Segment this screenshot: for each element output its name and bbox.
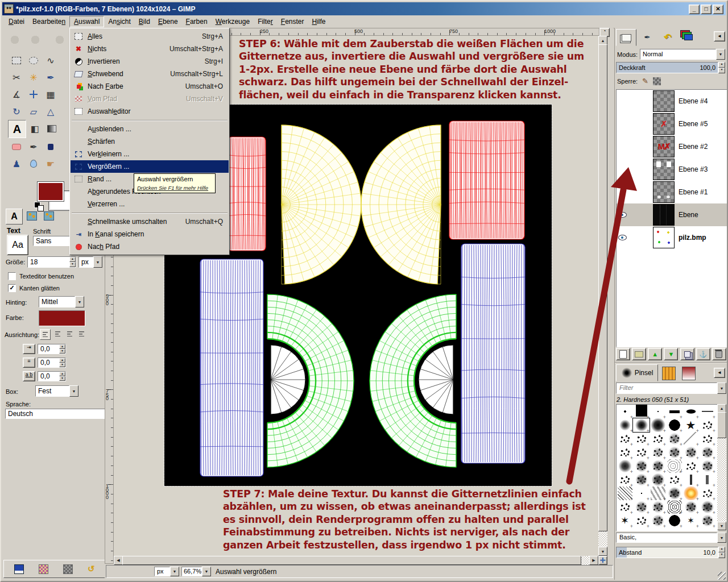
default-colors-icon[interactable] (34, 202, 44, 211)
measure-icon[interactable]: ∡ (8, 86, 25, 103)
brush-item[interactable]: ★ (682, 418, 699, 432)
menu-item-nach-pfad[interactable]: Nach Pfad (71, 240, 229, 253)
dock-menu-button[interactable]: ◄ (714, 31, 725, 41)
rotate-icon[interactable]: ↻ (8, 103, 25, 120)
brush-item[interactable] (699, 500, 715, 514)
brush-item[interactable] (666, 487, 682, 500)
menu-item-schärfen[interactable]: Schärfen (71, 135, 229, 148)
align-center-button[interactable] (53, 329, 63, 339)
menu-bild[interactable]: Bild (135, 16, 154, 27)
size-unit-dropdown[interactable]: px ▼ (78, 256, 102, 268)
layer-row-ebene[interactable]: Ebene (617, 203, 727, 226)
spacing-slider[interactable]: Abstand 10,0 (616, 547, 718, 558)
brush-scroll-thumb[interactable] (717, 412, 726, 438)
layer-thumbnail[interactable] (653, 159, 675, 180)
brush-item[interactable] (617, 459, 633, 473)
fuzzy-select-icon[interactable]: ✳ (25, 69, 42, 86)
brush-item[interactable] (682, 487, 699, 500)
vertical-scroll-thumb[interactable] (598, 44, 607, 531)
opacity-stepper[interactable]: ▲▼ (718, 62, 725, 73)
hinting-dropdown[interactable]: Mittel ▼ (39, 296, 84, 307)
layer-thumbnail[interactable] (653, 204, 675, 226)
maximize-button[interactable]: □ (701, 5, 712, 14)
layer-row-ebene-5[interactable]: ✗Ebene #5 (617, 113, 727, 135)
text-color-swatch[interactable] (39, 310, 85, 326)
brush-item[interactable] (633, 487, 650, 500)
brush-item[interactable] (633, 446, 650, 459)
eraser-icon[interactable] (8, 138, 25, 155)
brush-item[interactable] (699, 514, 715, 527)
brush-item[interactable] (666, 500, 682, 514)
lock-alpha-icon[interactable] (653, 77, 661, 85)
visibility-eye-icon[interactable] (617, 235, 628, 240)
brush-item[interactable] (666, 473, 682, 487)
layer-row-ebene-1[interactable]: Ebene #1 (617, 181, 727, 203)
brush-item[interactable] (617, 487, 633, 500)
brush-item[interactable] (650, 500, 666, 514)
brush-item[interactable] (650, 514, 666, 527)
align-left-button[interactable] (40, 329, 51, 340)
kanten-checkbox-row[interactable]: ✓ Kanten glätten (8, 284, 60, 292)
brush-item[interactable] (666, 514, 682, 527)
menu-item-vom-pfad[interactable]: Vom PfadUmschalt+V (71, 93, 229, 105)
brush-item[interactable] (682, 432, 699, 446)
menu-datei[interactable]: Datei (5, 16, 28, 27)
close-button[interactable]: ✕ (713, 5, 723, 14)
brush-item[interactable] (617, 446, 633, 459)
layer-name[interactable]: Ebene #4 (679, 97, 708, 105)
layer-thumbnail[interactable] (653, 227, 675, 248)
lower-layer-button[interactable]: ▼ (664, 348, 678, 360)
images-tab[interactable] (679, 29, 698, 45)
brush-item[interactable] (666, 446, 682, 459)
brush-item[interactable] (650, 446, 666, 459)
layer-name[interactable]: Ebene (679, 211, 698, 219)
layer-row-ebene-4[interactable]: Ebene #4 (617, 90, 727, 113)
brush-group-dropdown[interactable]: Basic, ▼ (616, 533, 726, 543)
menu-filter[interactable]: Filter (254, 16, 277, 27)
menu-hilfe[interactable]: Hilfe (308, 16, 330, 27)
text-icon[interactable]: A (8, 120, 26, 138)
menu-item-alles[interactable]: AllesStrg+A (71, 30, 229, 43)
brush-item[interactable] (699, 418, 715, 432)
scroll-up-icon[interactable]: ▲ (598, 36, 607, 45)
scroll-down-icon[interactable]: ▼ (598, 547, 607, 556)
visibility-eye-icon[interactable] (617, 212, 628, 218)
menu-ansicht[interactable]: Ansicht (104, 16, 134, 27)
unit-dropdown[interactable]: px ▼ (154, 567, 179, 576)
layer-name[interactable]: pilz.bmp (679, 234, 706, 242)
brush-item[interactable] (617, 432, 633, 446)
save-icon[interactable] (14, 564, 24, 574)
brush-item[interactable] (650, 432, 666, 446)
duplicate-layer-button[interactable] (680, 348, 694, 360)
brush-item[interactable] (666, 432, 682, 446)
layer-row-ebene-3[interactable]: Ebene #3 (617, 158, 727, 181)
brush-item[interactable] (633, 473, 650, 487)
line-spacing-stepper[interactable]: 0,0▲▼ (38, 357, 66, 368)
menu-bearbeiten[interactable]: Bearbeiten (28, 16, 69, 27)
brush-item[interactable] (699, 473, 715, 487)
new-layer-button[interactable] (616, 348, 630, 360)
patterns-tab[interactable] (660, 365, 678, 381)
align-right-button[interactable] (65, 329, 75, 339)
menu-fenster[interactable]: Fenster (277, 16, 308, 27)
brush-item[interactable] (666, 405, 682, 418)
menu-werkzeuge[interactable]: Werkzeuge (212, 16, 254, 27)
zoom-dropdown[interactable]: 66,7% ▼ (181, 567, 211, 576)
brush-item[interactable]: ✶ (682, 514, 699, 527)
brush-filter-input[interactable]: Filter ▼ (616, 383, 726, 394)
ellipse-select-icon[interactable] (25, 52, 42, 69)
perspective-icon[interactable]: △ (42, 103, 59, 120)
menu-farben[interactable]: Farben (182, 16, 212, 27)
brush-item[interactable] (633, 432, 650, 446)
brush-item[interactable] (650, 405, 666, 418)
mode-dropdown[interactable]: Normal ▼ (640, 49, 725, 60)
brush-item[interactable] (617, 418, 633, 432)
brush-item[interactable] (682, 405, 699, 418)
brushes-tab[interactable]: Pinsel (616, 364, 658, 381)
pattern-icon[interactable] (39, 564, 48, 574)
layer-name[interactable]: Ebene #5 (679, 120, 708, 128)
spacing-stepper[interactable]: ▲▼ (718, 547, 725, 558)
scroll-up-icon[interactable]: ▲ (717, 404, 726, 413)
brush-item[interactable] (633, 500, 650, 514)
scissors-select-icon[interactable]: ✂ (8, 69, 25, 86)
